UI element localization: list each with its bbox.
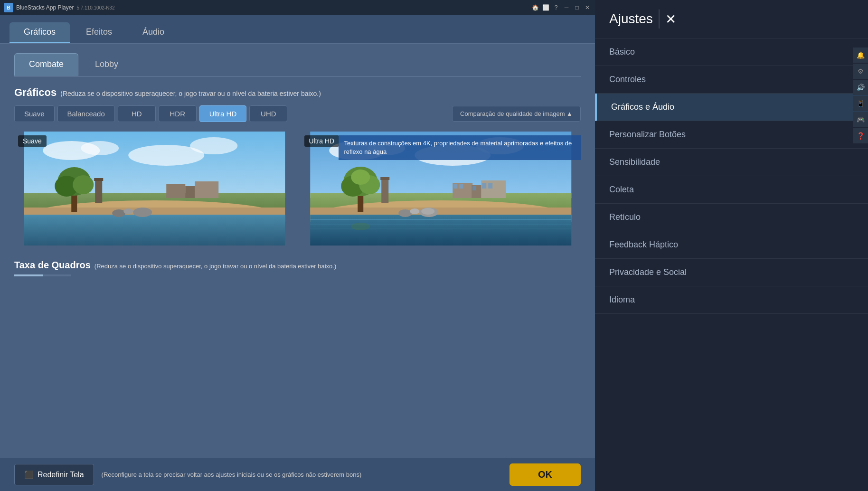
tab-audio[interactable]: Áudio <box>128 22 179 43</box>
sidebar-header-inner: Ajustes ✕ <box>609 9 676 28</box>
svg-point-12 <box>73 175 94 194</box>
svg-point-38 <box>351 170 370 185</box>
edge-icon-2[interactable]: 🔊 <box>853 80 868 95</box>
compare-quality-button[interactable]: Comparação de qualidade de imagem ▲ <box>452 106 581 122</box>
sidebar-navigation: Básico Controles Gráficos e Áudio Person… <box>595 38 868 491</box>
edge-icon-1[interactable]: ⚙ <box>853 64 868 79</box>
sidebar-item-reticulo[interactable]: Retículo <box>595 204 868 231</box>
svg-rect-20 <box>94 178 103 181</box>
edge-icon-5[interactable]: ❓ <box>853 128 868 143</box>
reset-screen-button[interactable]: ⬛ Redefinir Tela <box>14 464 94 485</box>
svg-rect-51 <box>381 178 388 203</box>
svg-point-33 <box>351 223 370 230</box>
quality-suave[interactable]: Suave <box>14 105 55 122</box>
framerate-slider-fill <box>14 274 43 276</box>
image-comparison: Suave <box>14 132 581 246</box>
svg-point-16 <box>133 208 152 217</box>
sidebar-item-basico[interactable]: Básico <box>595 38 868 66</box>
app-name: BlueStacks App Player <box>16 4 74 11</box>
close-button[interactable]: ✕ <box>584 4 591 11</box>
bottom-bar: ⬛ Redefinir Tela (Reconfigure a tela se … <box>0 458 595 491</box>
sub-tabs: Combate Lobby <box>14 53 581 77</box>
top-tabs: Gráficos Efeitos Áudio <box>0 15 595 44</box>
sidebar-header: Ajustes ✕ <box>595 0 868 38</box>
graphics-section-title: Gráficos (Reduza se o dispositivo supera… <box>14 86 581 99</box>
framerate-title: Taxa de Quadros (Reduza se o dispositivo… <box>14 260 581 271</box>
sidebar-item-feedback[interactable]: Feedback Háptico <box>595 231 868 259</box>
sidebar-item-idioma[interactable]: Idioma <box>595 286 868 314</box>
reset-note: (Reconfigure a tela se precisar voltar a… <box>102 471 502 478</box>
quality-ultra-hd[interactable]: Ultra HD <box>199 105 247 122</box>
svg-rect-45 <box>482 183 486 189</box>
svg-point-48 <box>421 208 434 215</box>
window-controls: 🏠 ⬜ ? ─ □ ✕ <box>531 4 591 11</box>
svg-point-50 <box>410 208 419 214</box>
title-bar: B BlueStacks App Player 5.7.110.1002-N32… <box>0 0 595 15</box>
sidebar-title: Ajustes <box>609 11 653 27</box>
svg-rect-43 <box>472 186 476 190</box>
sidebar-item-graficos-audio[interactable]: Gráficos e Áudio <box>595 94 868 121</box>
svg-rect-15 <box>195 181 218 198</box>
edge-icon-3[interactable]: 📱 <box>853 96 868 111</box>
sidebar-item-privacidade[interactable]: Privacidade e Social <box>595 259 868 286</box>
ok-button[interactable]: OK <box>509 463 581 486</box>
main-area: Gráficos Efeitos Áudio Combate Lobby Grá… <box>0 15 595 491</box>
svg-point-49 <box>398 209 412 217</box>
edge-icon-4[interactable]: 🎮 <box>853 112 868 127</box>
framerate-section: Taxa de Quadros (Reduza se o dispositivo… <box>14 260 581 276</box>
app-version: 5.7.110.1002-N32 <box>76 5 114 10</box>
svg-rect-41 <box>459 184 463 189</box>
svg-rect-8 <box>24 215 285 246</box>
settings-sidebar: Ajustes ✕ Básico Controles Gráficos e Áu… <box>595 0 868 491</box>
sidebar-item-personalizar[interactable]: Personalizar Botões <box>595 121 868 149</box>
svg-point-18 <box>123 208 133 214</box>
right-edge-icons: 🔔 ⚙ 🔊 📱 🎮 ❓ <box>853 47 868 143</box>
minimize-button[interactable]: ─ <box>563 4 570 11</box>
subtab-lobby[interactable]: Lobby <box>80 53 133 76</box>
maximize-button[interactable]: □ <box>573 4 581 11</box>
svg-rect-46 <box>488 183 492 189</box>
svg-point-4 <box>190 137 237 154</box>
content-panel: Combate Lobby Gráficos (Reduza se o disp… <box>0 44 595 286</box>
sidebar-item-controles[interactable]: Controles <box>595 66 868 94</box>
svg-rect-13 <box>166 184 185 198</box>
edge-icon-0[interactable]: 🔔 <box>853 47 868 63</box>
quality-balanceado[interactable]: Balanceado <box>57 105 115 122</box>
tab-efeitos[interactable]: Efeitos <box>72 22 126 43</box>
svg-rect-19 <box>95 179 102 203</box>
reset-icon: ⬛ <box>24 470 34 479</box>
framerate-slider-track[interactable] <box>14 274 71 276</box>
quality-uhd[interactable]: UHD <box>249 105 287 122</box>
comparison-left: Suave <box>14 132 295 246</box>
tab-graficos[interactable]: Gráficos <box>9 22 70 43</box>
sidebar-item-coleta[interactable]: Coleta <box>595 176 868 204</box>
subtab-combate[interactable]: Combate <box>14 53 78 76</box>
quality-buttons-row: Suave Balanceado HD HDR Ultra HD UHD Com… <box>14 105 581 122</box>
help-button[interactable]: ? <box>552 4 560 11</box>
app-icon: B <box>4 3 13 12</box>
comparison-right-label: Ultra HD <box>304 135 340 147</box>
home-button[interactable]: 🏠 <box>531 4 539 11</box>
quality-hdr[interactable]: HDR <box>159 105 197 122</box>
quality-hd[interactable]: HD <box>118 105 156 122</box>
comparison-left-label: Suave <box>18 135 47 147</box>
sidebar-close-button[interactable]: ✕ <box>665 11 676 27</box>
sidebar-divider <box>659 9 660 28</box>
sidebar-item-sensibilidade[interactable]: Sensibilidade <box>595 149 868 176</box>
svg-point-2 <box>81 141 119 155</box>
comparison-right: Ultra HD Texturas de construções em 4K, … <box>301 132 581 246</box>
comparison-right-tooltip: Texturas de construções em 4K, proprieda… <box>339 135 581 160</box>
svg-rect-52 <box>380 177 389 180</box>
svg-point-17 <box>112 209 125 217</box>
window-button[interactable]: ⬜ <box>542 4 549 11</box>
svg-rect-40 <box>453 184 457 189</box>
